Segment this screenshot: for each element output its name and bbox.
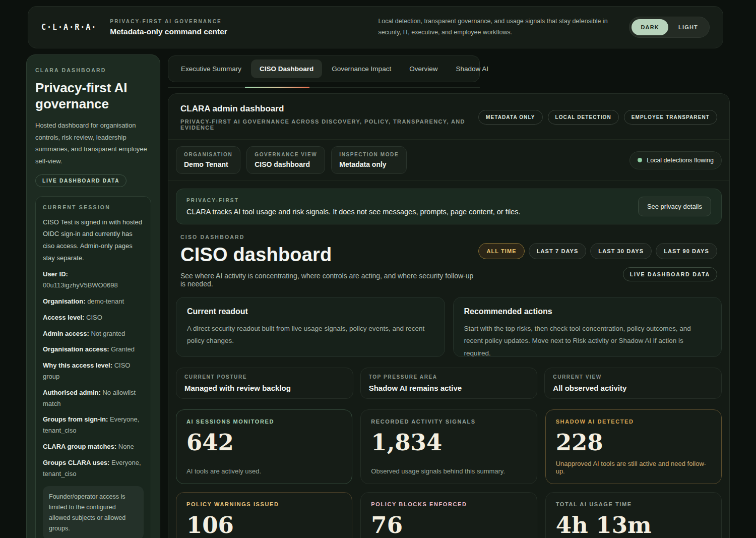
recommended-actions-title: Recommended actions (464, 307, 711, 316)
employee-transparent-badge: EMPLOYEE TRANSPARENT (624, 110, 717, 125)
filter-last-7-days[interactable]: LAST 7 DAYS (529, 243, 587, 259)
sidebar: CLARA DASHBOARD Privacy-first AI governa… (26, 54, 160, 538)
inspection-mode-chip-value: Metadata only (339, 160, 399, 168)
metric-description: AI tools are actively used. (186, 467, 342, 475)
metric-value: 642 (186, 431, 342, 454)
metric-value: 4h 13m (556, 513, 711, 537)
metrics-grid: AI SESSIONS MONITORED 642 AI tools are a… (168, 399, 729, 538)
admin-title: CLARA admin dashboard (180, 104, 478, 114)
tab-ciso-dashboard[interactable]: CISO Dashboard (251, 59, 322, 78)
light-mode-button[interactable]: LIGHT (669, 19, 707, 35)
top-pressure-area-chip: TOP PRESSURE AREA Shadow AI remains acti… (360, 368, 538, 399)
tab-shadow-ai[interactable]: Shadow AI (447, 59, 497, 78)
session-field-access-level: Access level: CISO (43, 312, 144, 323)
recommended-actions-card: Recommended actions Start with the top r… (453, 297, 722, 357)
inspection-mode-chip: INSPECTION MODE Metadata only (331, 146, 407, 174)
metric-recorded-activity-signals: RECORDED ACTIVITY SIGNALS 1,834 Observed… (360, 409, 537, 484)
sidebar-description: Hosted dashboard for organisation contro… (35, 119, 151, 167)
metric-label: RECORDED ACTIVITY SIGNALS (371, 419, 526, 425)
status-dot-icon (638, 158, 642, 162)
ciso-title: CISO dashboard (180, 244, 478, 266)
metric-label: SHADOW AI DETECTED (556, 419, 711, 425)
organisation-chip-label: ORGANISATION (184, 152, 232, 157)
organisation-chip-value: Demo Tenant (184, 160, 232, 168)
admin-badges: METADATA ONLY LOCAL DETECTION EMPLOYEE T… (478, 110, 717, 125)
admin-subtitle: PRIVACY-FIRST AI GOVERNANCE ACROSS DISCO… (180, 118, 478, 131)
ciso-controls: ALL TIME LAST 7 DAYS LAST 30 DAYS LAST 9… (478, 234, 717, 288)
current-readout-card: Current readout A direct security readou… (176, 297, 445, 357)
time-filter-group: ALL TIME LAST 7 DAYS LAST 30 DAYS LAST 9… (478, 243, 717, 259)
top-pressure-area-label: TOP PRESSURE AREA (369, 374, 529, 380)
current-posture-value: Managed with review backlog (184, 384, 345, 392)
current-session-card: CURRENT SESSION CISO Test is signed in w… (35, 196, 151, 538)
session-intro: CISO Test is signed in with hosted OIDC … (43, 216, 144, 264)
session-field-org-access: Organisation access: Granted (43, 344, 144, 355)
session-field-user-id: User ID: 00u113igzhyV5BWO0698 (43, 269, 144, 291)
header-description: Local detection, transparent governance,… (378, 16, 615, 38)
current-view-label: CURRENT VIEW (553, 374, 713, 380)
governance-view-chip-label: GOVERNANCE VIEW (255, 152, 317, 157)
ciso-dashboard-header: CISO DASHBOARD CISO dashboard See where … (168, 224, 729, 296)
organisation-chip: ORGANISATION Demo Tenant (176, 146, 240, 174)
metric-policy-warnings-issued: POLICY WARNINGS ISSUED 106 Users are bei… (176, 492, 352, 538)
ciso-live-data-badge: LIVE DASHBOARD DATA (623, 267, 717, 281)
session-field-signin-groups: Groups from sign-in: Everyone, tenant_ci… (43, 414, 144, 436)
current-readout-title: Current readout (187, 307, 434, 316)
clara-logo: C·L·A·R·A· (41, 23, 97, 32)
privacy-eyebrow: PRIVACY-FIRST (186, 198, 521, 203)
header-title: Metadata-only command center (110, 27, 227, 36)
session-field-groups-used: Groups CLARA uses: Everyone, tenant_ciso (43, 457, 144, 480)
local-detection-badge: LOCAL DETECTION (548, 110, 619, 125)
session-field-admin-access: Admin access: Not granted (43, 328, 144, 339)
main-panel: CLARA admin dashboard PRIVACY-FIRST AI G… (168, 93, 730, 538)
metric-shadow-ai-detected: SHADOW AI DETECTED 228 Unapproved AI too… (545, 409, 722, 484)
status-pill-label: Local detections flowing (647, 157, 714, 164)
session-field-why-access: Why this access level: CISO group (43, 360, 144, 382)
metric-value: 76 (371, 513, 526, 537)
tab-overview[interactable]: Overview (401, 59, 446, 78)
metric-description: Unapproved AI tools are still active and… (556, 460, 711, 475)
filter-all-time[interactable]: ALL TIME (478, 243, 524, 259)
filter-last-90-days[interactable]: LAST 90 DAYS (656, 243, 717, 259)
local-detections-status-pill: Local detections flowing (629, 151, 722, 169)
session-label: CURRENT SESSION (43, 204, 144, 210)
tabs-underline (168, 87, 480, 88)
metric-label: AI SESSIONS MONITORED (186, 419, 342, 425)
metric-ai-sessions-monitored: AI SESSIONS MONITORED 642 AI tools are a… (176, 409, 352, 484)
sidebar-eyebrow: CLARA DASHBOARD (35, 67, 151, 73)
dark-mode-button[interactable]: DARK (632, 19, 668, 35)
admin-dashboard-header: CLARA admin dashboard PRIVACY-FIRST AI G… (168, 94, 729, 140)
filter-last-30-days[interactable]: LAST 30 DAYS (590, 243, 652, 259)
header-eyebrow: PRIVACY-FIRST AI GOVERNANCE (110, 19, 227, 24)
session-fields: User ID: 00u113igzhyV5BWO0698 Organisati… (43, 269, 144, 479)
admin-titles: CLARA admin dashboard PRIVACY-FIRST AI G… (180, 104, 478, 131)
see-privacy-details-button[interactable]: See privacy details (638, 197, 711, 216)
readout-row: Current readout A direct security readou… (168, 296, 729, 357)
tab-governance-impact[interactable]: Governance Impact (323, 59, 400, 78)
governance-view-chip: GOVERNANCE VIEW CISO dashboard (246, 146, 325, 174)
ciso-eyebrow: CISO DASHBOARD (180, 234, 478, 240)
session-field-organisation: Organisation: demo-tenant (43, 296, 144, 307)
founder-access-note: Founder/operator access is limited to th… (43, 486, 144, 538)
session-field-group-matches: CLARA group matches: None (43, 441, 144, 452)
metric-value: 1,834 (371, 431, 526, 454)
session-field-authorised-admin: Authorised admin: No allowlist match (43, 387, 144, 409)
recommended-actions-body: Start with the top risks, then check too… (464, 323, 711, 360)
current-posture-label: CURRENT POSTURE (184, 374, 345, 380)
metric-value: 228 (556, 431, 711, 454)
current-posture-chip: CURRENT POSTURE Managed with review back… (176, 368, 353, 399)
metric-label: POLICY BLOCKS ENFORCED (371, 501, 526, 507)
governance-view-chip-value: CISO dashboard (255, 160, 317, 168)
metric-label: POLICY WARNINGS ISSUED (186, 501, 342, 507)
privacy-banner-text-block: PRIVACY-FIRST CLARA tracks AI tool usage… (186, 198, 521, 216)
header-titles: PRIVACY-FIRST AI GOVERNANCE Metadata-onl… (110, 19, 227, 36)
metric-total-ai-usage-time: TOTAL AI USAGE TIME 4h 13m Observed enga… (545, 492, 722, 538)
current-view-value: All observed activity (553, 384, 713, 392)
metric-description: Observed usage signals behind this summa… (371, 467, 526, 475)
current-readout-body: A direct security readout built from liv… (187, 323, 434, 347)
tab-executive-summary[interactable]: Executive Summary (172, 59, 250, 78)
app-header: C·L·A·R·A· PRIVACY-FIRST AI GOVERNANCE M… (28, 6, 723, 48)
metadata-only-badge: METADATA ONLY (478, 110, 542, 125)
top-pressure-area-value: Shadow AI remains active (369, 384, 529, 392)
header-right: Local detection, transparent governance,… (378, 16, 710, 38)
